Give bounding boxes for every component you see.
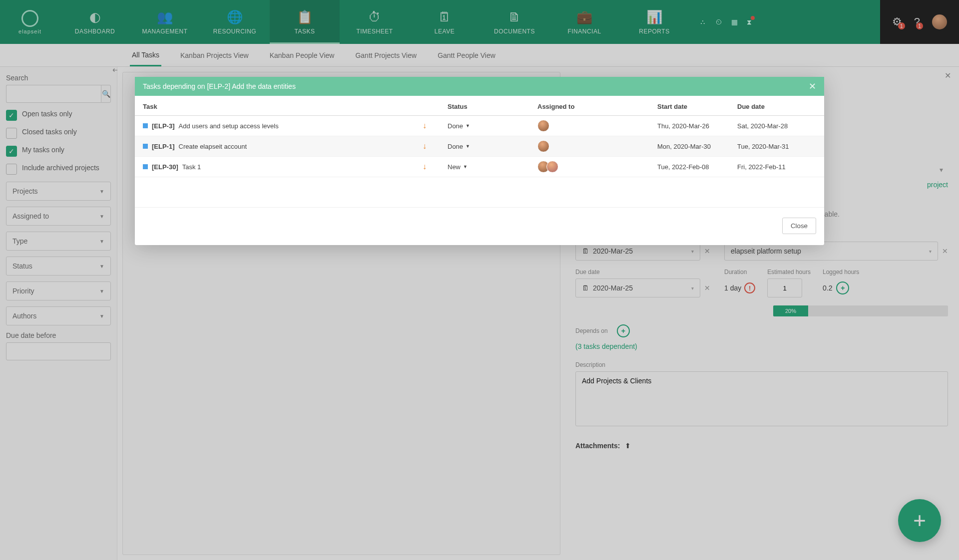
close-button[interactable]: Close — [782, 218, 816, 234]
table-row[interactable]: [ELP-1]Create elapseit account ↓ Done▼ M… — [135, 136, 824, 157]
modal-close-x[interactable]: ✕ — [809, 81, 816, 92]
modal-overlay: Tasks depending on [ELP-2] Add the data … — [0, 0, 959, 560]
avatar[interactable] — [537, 120, 549, 132]
avatar[interactable] — [537, 140, 549, 152]
caret-down-icon: ▼ — [463, 164, 468, 169]
table-header: Task Status Assigned to Start date Due d… — [135, 96, 824, 116]
task-type-icon — [143, 164, 148, 169]
modal-dependencies: Tasks depending on [ELP-2] Add the data … — [135, 77, 824, 245]
status-cell[interactable]: Done▼ — [448, 122, 537, 130]
avatar[interactable] — [546, 161, 558, 173]
table-row[interactable]: [ELP-3]Add users and setup access levels… — [135, 116, 824, 136]
caret-down-icon: ▼ — [466, 144, 470, 149]
task-type-icon — [143, 123, 148, 128]
status-cell[interactable]: Done▼ — [448, 143, 537, 150]
table-row[interactable]: [ELP-30]Task 1 ↓ New▼ Tue, 2022-Feb-08 F… — [135, 157, 824, 177]
caret-down-icon: ▼ — [466, 123, 470, 128]
priority-icon: ↓ — [423, 142, 448, 151]
modal-header: Tasks depending on [ELP-2] Add the data … — [135, 77, 824, 96]
modal-title: Tasks depending on [ELP-2] Add the data … — [143, 82, 296, 90]
priority-icon: ↓ — [423, 121, 448, 130]
priority-icon: ↓ — [423, 162, 448, 171]
status-cell[interactable]: New▼ — [448, 163, 537, 171]
task-type-icon — [143, 144, 148, 149]
